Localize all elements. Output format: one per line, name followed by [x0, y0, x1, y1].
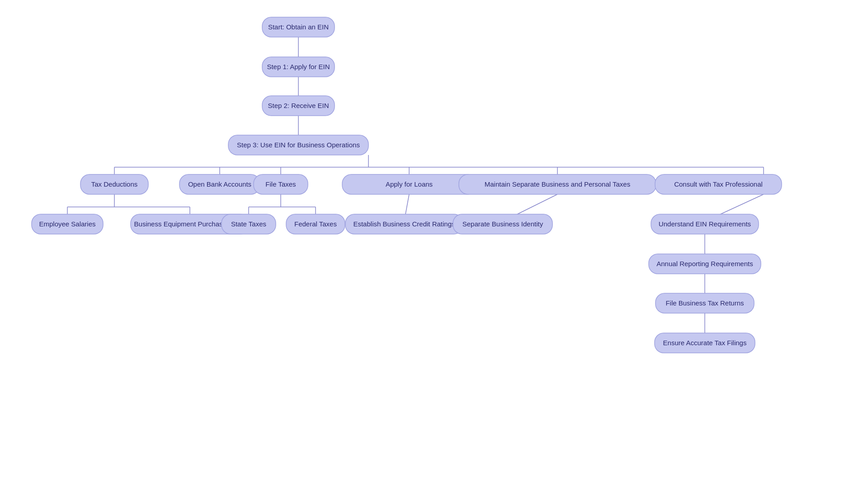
node-start-label: Start: Obtain an EIN	[268, 23, 329, 31]
node-sepbiz-label: Separate Business Identity	[462, 220, 543, 228]
node-applyloans-label: Apply for Loans	[386, 180, 433, 188]
node-filetaxes-label: File Taxes	[265, 180, 296, 188]
node-estcredit-label: Establish Business Credit Ratings	[353, 220, 455, 228]
node-filebiz-label: File Business Tax Returns	[665, 299, 744, 307]
node-ensureacc-label: Ensure Accurate Tax Filings	[663, 339, 747, 347]
node-consulttax-label: Consult with Tax Professional	[674, 180, 763, 188]
node-fedtax-label: Federal Taxes	[294, 220, 337, 228]
node-statetax-label: State Taxes	[231, 220, 266, 228]
node-taxded-label: Tax Deductions	[91, 180, 138, 188]
node-underein-label: Understand EIN Requirements	[659, 220, 751, 228]
node-openbank-label: Open Bank Accounts	[188, 180, 251, 188]
node-empsal-label: Employee Salaries	[39, 220, 95, 228]
node-annualrep-label: Annual Reporting Requirements	[656, 260, 753, 267]
flowchart-diagram: Start: Obtain an EIN Step 1: Apply for E…	[0, 0, 868, 488]
node-step3-label: Step 3: Use EIN for Business Operations	[237, 141, 360, 149]
node-step1-label: Step 1: Apply for EIN	[267, 63, 330, 70]
node-step2-label: Step 2: Receive EIN	[268, 102, 329, 109]
node-maintaintaxes-label: Maintain Separate Business and Personal …	[485, 180, 630, 188]
